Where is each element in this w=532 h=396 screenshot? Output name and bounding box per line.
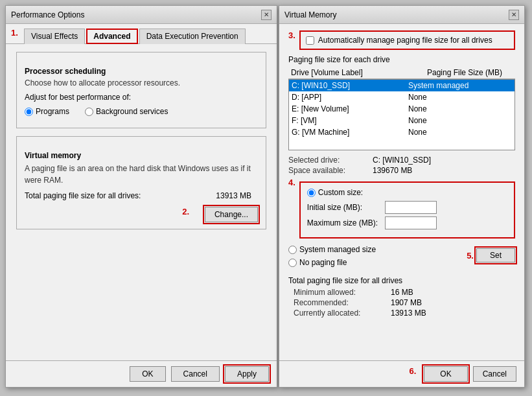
- radio-custom-input[interactable]: [307, 189, 316, 197]
- radio-background[interactable]: Background services: [85, 107, 168, 116]
- auto-manage-label: Automatically manage paging file size fo…: [318, 36, 492, 45]
- total-paging-value: 13913 MB: [216, 191, 251, 200]
- selected-drive-row: Selected drive: C: [WIN10_SSD]: [288, 156, 515, 165]
- perf-apply-button[interactable]: Apply: [225, 366, 269, 382]
- vm-titlebar: Virtual Memory ✕: [279, 6, 524, 24]
- recommended-value: 1907 MB: [391, 298, 422, 307]
- drive-info: Selected drive: C: [WIN10_SSD] Space ava…: [288, 156, 515, 175]
- virtual-memory-section: Virtual memory A paging file is an area …: [16, 136, 266, 229]
- space-available-label: Space available:: [288, 166, 373, 175]
- processor-section: Processor scheduling Choose how to alloc…: [16, 52, 266, 128]
- paging-table-wrap: C: [WIN10_SSD] System managed D: [APP] N…: [288, 79, 515, 150]
- tab-advanced[interactable]: Advanced: [86, 29, 137, 44]
- maximum-size-row: Maximum size (MB):: [307, 216, 507, 229]
- min-allowed-row: Minimum allowed: 16 MB: [288, 288, 515, 297]
- perf-footer: OK Cancel Apply: [6, 360, 277, 387]
- change-button[interactable]: Change...: [205, 207, 258, 222]
- processor-desc: Choose how to allocate processor resourc…: [25, 78, 258, 87]
- drive-row-d[interactable]: D: [APP] None: [289, 91, 515, 103]
- vm-section-header: Virtual memory: [25, 151, 258, 160]
- perf-title: Performance Options: [11, 10, 84, 19]
- processor-radio-group: Programs Background services: [25, 107, 258, 116]
- paging-section-label: Paging file size for each drive: [288, 55, 515, 64]
- total-section: Total paging file size for all drives Mi…: [288, 276, 515, 318]
- perf-titlebar: Performance Options ✕: [6, 6, 277, 24]
- radio-programs-label: Programs: [36, 107, 69, 116]
- initial-size-input[interactable]: [385, 201, 437, 214]
- step1-label: 1.: [11, 28, 18, 38]
- no-paging-row: No paging file: [288, 258, 376, 267]
- vm-footer: 6. OK Cancel: [279, 360, 524, 387]
- set-button[interactable]: Set: [476, 248, 515, 262]
- total-paging-row: Total paging file size for all drives: 1…: [25, 191, 258, 200]
- vm-close-button[interactable]: ✕: [509, 10, 519, 20]
- no-paging-label: No paging file: [299, 258, 347, 267]
- tab-data-execution[interactable]: Data Execution Prevention: [139, 29, 246, 44]
- tabs-bar: Visual Effects Advanced Data Execution P…: [6, 24, 277, 44]
- selected-drive-label: Selected drive:: [288, 156, 373, 165]
- radio-no-paging[interactable]: [288, 259, 297, 267]
- drive-row-f[interactable]: F: [VM] None: [289, 115, 515, 126]
- step2-label: 2.: [182, 207, 189, 216]
- selected-drive-value: C: [WIN10_SSD]: [373, 156, 431, 165]
- drive-row-e[interactable]: E: [New Volume] None: [289, 103, 515, 115]
- recommended-label: Recommended:: [294, 298, 391, 307]
- vm-info-text: A paging file is an area on the hard dis…: [25, 163, 258, 186]
- custom-radio-row: Custom size:: [307, 188, 507, 197]
- step4-label: 4.: [288, 178, 295, 187]
- currently-allocated-value: 13913 MB: [391, 309, 426, 318]
- system-managed-label: System managed size: [299, 245, 376, 254]
- vm-content: 3. Automatically manage paging file size…: [279, 24, 524, 325]
- virtual-memory-window: Virtual Memory ✕ 3. Automatically manage…: [279, 5, 525, 388]
- custom-size-label: Custom size:: [318, 188, 363, 197]
- perf-ok-button[interactable]: OK: [130, 366, 165, 382]
- drive-row-c[interactable]: C: [WIN10_SSD] System managed: [289, 80, 515, 91]
- radio-system-managed[interactable]: [288, 246, 297, 254]
- radio-background-label: Background services: [96, 107, 168, 116]
- space-available-row: Space available: 139670 MB: [288, 166, 515, 175]
- step3-label: 3.: [288, 30, 295, 40]
- maximum-size-input[interactable]: [385, 216, 437, 229]
- paging-table: C: [WIN10_SSD] System managed D: [APP] N…: [288, 79, 515, 150]
- radio-programs-input[interactable]: [25, 108, 33, 116]
- drive-row-g[interactable]: G: [VM Machine] None: [289, 126, 515, 138]
- step6-label: 6.: [409, 366, 416, 382]
- min-allowed-label: Minimum allowed:: [294, 288, 391, 297]
- processor-header: Processor scheduling: [25, 67, 258, 76]
- space-available-value: 139670 MB: [373, 166, 412, 175]
- min-allowed-value: 16 MB: [391, 288, 413, 297]
- radio-background-input[interactable]: [85, 108, 93, 116]
- system-managed-row: System managed size: [288, 245, 376, 254]
- total-paging-label: Total paging file size for all drives:: [25, 191, 141, 200]
- tab-visual-effects[interactable]: Visual Effects: [24, 29, 85, 44]
- vm-title: Virtual Memory: [284, 10, 336, 19]
- initial-size-label: Initial size (MB):: [307, 203, 385, 212]
- maximum-size-label: Maximum size (MB):: [307, 218, 385, 227]
- currently-allocated-label: Currently allocated:: [294, 309, 391, 318]
- custom-size-box: Custom size: Initial size (MB): Maximum …: [299, 181, 515, 239]
- auto-manage-row: Automatically manage paging file size fo…: [299, 30, 515, 50]
- perf-close-button[interactable]: ✕: [261, 10, 272, 20]
- paging-table-header: Drive [Volume Label] Paging File Size (M…: [288, 67, 515, 79]
- processor-perf-label: Adjust for best performance of:: [25, 93, 258, 102]
- performance-options-window: Performance Options ✕ 1. Visual Effects …: [5, 5, 277, 388]
- total-section-header: Total paging file size for all drives: [288, 276, 515, 285]
- perf-cancel-button[interactable]: Cancel: [171, 366, 220, 382]
- recommended-row: Recommended: 1907 MB: [288, 298, 515, 307]
- currently-allocated-row: Currently allocated: 13913 MB: [288, 309, 515, 318]
- auto-manage-checkbox[interactable]: [306, 36, 314, 45]
- perf-content: Processor scheduling Choose how to alloc…: [6, 44, 277, 242]
- step5-label: 5.: [467, 251, 474, 261]
- radio-programs[interactable]: Programs: [25, 107, 69, 116]
- vm-ok-button[interactable]: OK: [424, 366, 467, 382]
- vm-cancel-button[interactable]: Cancel: [473, 366, 516, 382]
- initial-size-row: Initial size (MB):: [307, 201, 507, 214]
